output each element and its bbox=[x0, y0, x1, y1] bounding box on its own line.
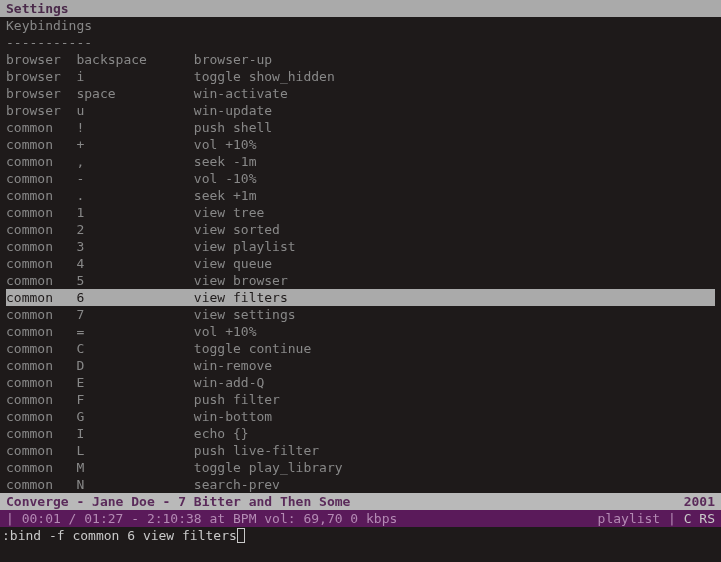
keybinding-row[interactable]: common E win-add-Q bbox=[6, 374, 715, 391]
keybinding-row[interactable]: common L push live-filter bbox=[6, 442, 715, 459]
settings-title: Settings bbox=[0, 0, 721, 17]
keybinding-row[interactable]: common 3 view playlist bbox=[6, 238, 715, 255]
cursor bbox=[237, 528, 245, 543]
keybinding-row[interactable]: browser i toggle show_hidden bbox=[6, 68, 715, 85]
keybinding-row[interactable]: common I echo {} bbox=[6, 425, 715, 442]
now-playing-bar: Converge - Jane Doe - 7 Bitter and Then … bbox=[0, 493, 721, 510]
keybinding-row[interactable]: common N search-prev bbox=[6, 476, 715, 493]
command-line[interactable]: :bind -f common 6 view filters bbox=[0, 527, 721, 544]
keybinding-row[interactable]: common D win-remove bbox=[6, 357, 715, 374]
now-playing-text: Converge - Jane Doe - 7 Bitter and Then … bbox=[6, 493, 350, 510]
keybinding-row[interactable]: common ! push shell bbox=[6, 119, 715, 136]
keybinding-row[interactable]: common - vol -10% bbox=[6, 170, 715, 187]
keybindings-list[interactable]: browser backspace browser-upbrowser i to… bbox=[0, 51, 721, 493]
keybinding-row[interactable]: common 4 view queue bbox=[6, 255, 715, 272]
keybinding-row[interactable]: common G win-bottom bbox=[6, 408, 715, 425]
command-text: :bind -f common 6 view filters bbox=[2, 527, 237, 544]
status-flags: C RS bbox=[676, 511, 715, 526]
keybinding-row[interactable]: common = vol +10% bbox=[6, 323, 715, 340]
keybindings-header: Keybindings bbox=[0, 17, 721, 34]
keybinding-row[interactable]: common C toggle continue bbox=[6, 340, 715, 357]
keybinding-row[interactable]: common 7 view settings bbox=[6, 306, 715, 323]
keybinding-row[interactable]: common , seek -1m bbox=[6, 153, 715, 170]
keybinding-row[interactable]: browser backspace browser-up bbox=[6, 51, 715, 68]
status-bar: | 00:01 / 01:27 - 2:10:38 at BPM vol: 69… bbox=[0, 510, 721, 527]
keybinding-row[interactable]: common . seek +1m bbox=[6, 187, 715, 204]
keybinding-row[interactable]: common + vol +10% bbox=[6, 136, 715, 153]
keybinding-row[interactable]: common 1 view tree bbox=[6, 204, 715, 221]
keybinding-row[interactable]: browser space win-activate bbox=[6, 85, 715, 102]
keybinding-row[interactable]: common 6 view filters bbox=[6, 289, 715, 306]
keybinding-row[interactable]: common M toggle play_library bbox=[6, 459, 715, 476]
divider: ----------- bbox=[0, 34, 721, 51]
keybinding-row[interactable]: common 5 view browser bbox=[6, 272, 715, 289]
keybinding-row[interactable]: browser u win-update bbox=[6, 102, 715, 119]
now-playing-year: 2001 bbox=[684, 493, 715, 510]
status-mode-label: playlist | bbox=[598, 511, 676, 526]
keybinding-row[interactable]: common F push filter bbox=[6, 391, 715, 408]
status-left: | 00:01 / 01:27 - 2:10:38 at BPM vol: 69… bbox=[6, 510, 397, 527]
keybinding-row[interactable]: common 2 view sorted bbox=[6, 221, 715, 238]
